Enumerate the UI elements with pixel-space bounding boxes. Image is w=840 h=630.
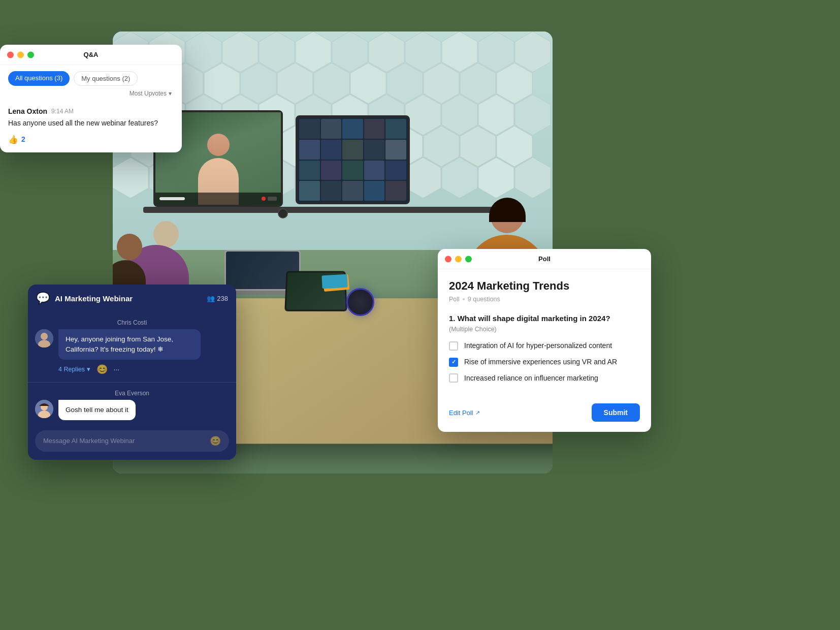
qa-timestamp: 9:14 AM	[51, 108, 74, 115]
qa-asker-name: Lena Oxton	[8, 107, 47, 115]
poll-title: Poll	[538, 255, 551, 263]
chat-messages: Chris Costi Hey, anyone joining from San…	[28, 312, 236, 427]
minimize-button[interactable]	[17, 51, 24, 58]
edit-poll-link[interactable]: Edit Poll ↗	[449, 409, 480, 417]
poll-option-2[interactable]: Rise of immersive experiences using VR a…	[449, 357, 640, 367]
poll-checkbox-2[interactable]	[449, 358, 458, 367]
poll-meta-separator	[463, 298, 465, 300]
submit-button[interactable]: Submit	[592, 403, 640, 422]
poll-titlebar: Poll	[438, 249, 651, 269]
svg-point-2	[41, 333, 48, 340]
qa-tab-my[interactable]: My questions (2)	[74, 71, 138, 86]
poll-options: Integration of AI for hyper-personalized…	[449, 341, 640, 383]
poll-checkbox-3[interactable]	[449, 373, 458, 383]
thumbs-up-icon: 👍	[8, 135, 18, 144]
poll-meta: Poll 9 questions	[449, 296, 640, 303]
poll-body: 2024 Marketing Trends Poll 9 questions 1…	[438, 269, 651, 403]
chat-emoji-button[interactable]: 😊	[210, 435, 221, 447]
maximize-button[interactable]	[27, 51, 34, 58]
poll-option-3[interactable]: Increased reliance on influencer marketi…	[449, 373, 640, 384]
emoji-react-btn[interactable]: 😊	[96, 364, 108, 375]
qa-sort-label: Most Upvotes	[130, 90, 167, 97]
msg-sender-2: Eva Everson	[35, 390, 229, 397]
attendees-count: 238	[217, 295, 228, 302]
close-button[interactable]	[7, 51, 14, 58]
msg-row-1: Hey, anyone joining from San Jose, Calif…	[35, 329, 229, 360]
msg-actions-1: 4 Replies ▾ 😊 ···	[35, 364, 229, 375]
msg-replies-btn[interactable]: 4 Replies ▾	[58, 365, 90, 373]
poll-option-2-text: Rise of immersive experiences using VR a…	[464, 357, 617, 367]
chat-window: 💬 AI Marketing Webinar 👥 238 Chris Costi	[28, 285, 236, 460]
poll-question-count: 9 questions	[468, 296, 500, 303]
msg-bubble-2: Gosh tell me about it	[58, 400, 136, 420]
msg-text-2: Gosh tell me about it	[66, 406, 128, 414]
window-controls	[7, 51, 34, 58]
qa-tab-all[interactable]: All questions (3)	[8, 71, 70, 86]
poll-minimize-button[interactable]	[455, 256, 462, 262]
chat-input-area[interactable]: Message AI Marketing Webinar 😊	[35, 430, 229, 452]
qa-asker-info: Lena Oxton 9:14 AM	[8, 107, 174, 115]
qa-question-text: Has anyone used all the new webinar feat…	[8, 118, 174, 129]
poll-question: 1. What will shape digital marketing in …	[449, 313, 640, 324]
message-group-2: Eva Everson Gosh tell me about it	[28, 387, 236, 423]
poll-option-3-text: Increased reliance on influencer marketi…	[464, 373, 598, 384]
chevron-down-icon: ▾	[169, 90, 172, 97]
poll-type: Poll	[449, 296, 460, 303]
qa-window: Q&A All questions (3) My questions (2) M…	[0, 45, 182, 152]
poll-maximize-button[interactable]	[465, 256, 472, 262]
msg-text-1: Hey, anyone joining from San Jose, Calif…	[66, 335, 173, 353]
edit-poll-label: Edit Poll	[449, 409, 473, 417]
avatar-chris	[35, 329, 53, 348]
chat-header: 💬 AI Marketing Webinar 👥 238	[28, 285, 236, 312]
poll-window-controls	[445, 256, 472, 262]
qa-sort-dropdown[interactable]: Most Upvotes ▾	[0, 86, 182, 101]
chat-divider	[28, 382, 236, 383]
message-group-1: Chris Costi Hey, anyone joining from San…	[28, 316, 236, 378]
msg-bubble-1: Hey, anyone joining from San Jose, Calif…	[58, 329, 201, 360]
chat-header-left: 💬 AI Marketing Webinar	[36, 292, 133, 305]
poll-question-text: What will shape digital marketing in 202…	[458, 314, 610, 323]
poll-checkbox-1[interactable]	[449, 341, 458, 351]
chat-input-placeholder: Message AI Marketing Webinar	[43, 437, 135, 445]
poll-question-type: (Multiple Choice)	[449, 326, 640, 333]
qa-titlebar: Q&A	[0, 45, 182, 65]
attendees-icon: 👥	[207, 295, 215, 302]
more-options-btn[interactable]: ···	[114, 365, 120, 373]
qa-title: Q&A	[84, 51, 99, 58]
poll-footer: Edit Poll ↗ Submit	[438, 403, 651, 432]
chat-title: AI Marketing Webinar	[55, 294, 133, 303]
msg-sender-1: Chris Costi	[35, 319, 229, 326]
poll-option-1[interactable]: Integration of AI for hyper-personalized…	[449, 341, 640, 351]
msg-row-2: Gosh tell me about it	[35, 400, 229, 420]
poll-question-number: 1.	[449, 314, 456, 323]
qa-question-item: Lena Oxton 9:14 AM Has anyone used all t…	[0, 101, 182, 152]
qa-upvote-row[interactable]: 👍 2	[8, 135, 174, 144]
qa-tabs: All questions (3) My questions (2)	[0, 65, 182, 86]
poll-option-1-text: Integration of AI for hyper-personalized…	[464, 341, 612, 351]
external-link-icon: ↗	[475, 410, 480, 416]
chat-bubble-icon: 💬	[36, 292, 50, 305]
poll-window: Poll 2024 Marketing Trends Poll 9 questi…	[438, 249, 651, 432]
poll-close-button[interactable]	[445, 256, 451, 262]
chat-attendees: 👥 238	[207, 295, 228, 302]
poll-heading: 2024 Marketing Trends	[449, 279, 640, 293]
avatar-eva	[35, 400, 53, 418]
upvote-count: 2	[21, 135, 25, 143]
